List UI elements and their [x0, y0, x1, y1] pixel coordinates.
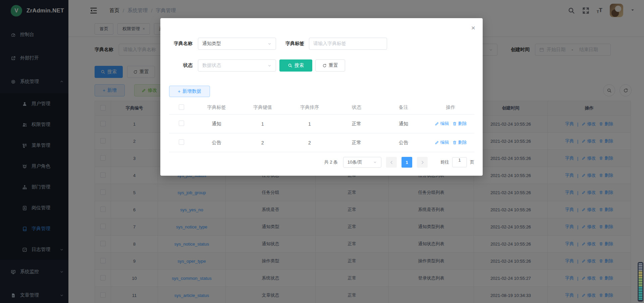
pencil-icon: [435, 140, 439, 145]
dict-value-cell: 1: [239, 115, 286, 133]
row-edit-link[interactable]: 编辑: [435, 139, 449, 145]
trash-icon: [452, 122, 457, 126]
modal-table-header-row: 字典标签 字典键值 字典排序 状态 备注 操作: [169, 101, 474, 115]
dict-label-cell: 公告: [194, 133, 239, 152]
page-unit-label: 页: [470, 159, 474, 165]
row-checkbox[interactable]: [179, 139, 184, 145]
plus-icon: +: [178, 89, 180, 94]
remark-cell: 通知: [380, 115, 427, 133]
dict-data-dialog: × 字典名称 通知类型 字典标签 请输入字典标签 状态 数据状态: [160, 18, 483, 176]
goto-label: 前往: [440, 159, 449, 165]
total-count: 共 2 条: [324, 159, 338, 165]
goto-page-input[interactable]: 1: [452, 157, 467, 167]
page-size-select[interactable]: 10条/页: [343, 157, 381, 168]
status-cell: 正常: [333, 133, 380, 152]
next-page-icon[interactable]: [417, 157, 428, 168]
dict-data-table: 字典标签 字典键值 字典排序 状态 备注 操作 通知 1 1 正常 通知: [169, 101, 474, 152]
page-number-current[interactable]: 1: [401, 157, 412, 168]
dict-sort-cell: 1: [286, 115, 333, 133]
chevron-down-icon: [267, 42, 272, 46]
row-delete-link[interactable]: 删除: [452, 139, 467, 145]
pagination: 共 2 条 10条/页 1 前往 1 页: [324, 157, 474, 168]
row-delete-link[interactable]: 删除: [452, 121, 467, 127]
modal-add-button[interactable]: + 新增数据: [169, 86, 210, 97]
status-select[interactable]: 数据状态: [198, 59, 276, 72]
scrollbar-stripes: [639, 263, 642, 300]
dict-label-label: 字典标签: [281, 41, 304, 47]
app-window: V ZrAdmin.NET 控制台 外部打开 系统管理: [0, 0, 644, 303]
dict-sort-cell: 2: [286, 133, 333, 152]
dict-name-select[interactable]: 通知类型: [198, 38, 276, 50]
remark-cell: 公告: [380, 133, 427, 152]
modal-table-row: 通知 1 1 正常 通知 编辑: [169, 115, 474, 133]
status-cell: 正常: [333, 115, 380, 133]
modal-form-row-1: 字典名称 通知类型 字典标签 请输入字典标签: [169, 38, 387, 50]
dict-name-label: 字典名称: [169, 41, 193, 47]
row-edit-link[interactable]: 编辑: [435, 121, 449, 127]
modal-form-row-2: 状态 数据状态 搜索 重置: [169, 59, 345, 72]
modal-search-button[interactable]: 搜索: [279, 59, 312, 72]
modal-table-row: 公告 2 2 正常 公告 编辑: [169, 133, 474, 152]
dict-label-input[interactable]: 请输入字典标签: [309, 38, 387, 50]
dict-label-cell: 通知: [194, 115, 239, 133]
select-all-checkbox[interactable]: [179, 104, 184, 110]
chevron-down-icon: [267, 63, 272, 68]
chevron-down-icon: [373, 160, 377, 164]
modal-reset-button[interactable]: 重置: [315, 59, 345, 72]
status-label: 状态: [169, 62, 193, 69]
pencil-icon: [435, 122, 439, 126]
prev-page-icon[interactable]: [386, 157, 397, 168]
scrollbar-minimap[interactable]: [638, 262, 643, 302]
dict-value-cell: 2: [239, 133, 286, 152]
row-checkbox[interactable]: [179, 121, 184, 126]
trash-icon: [452, 140, 457, 145]
close-icon[interactable]: ×: [471, 24, 475, 31]
